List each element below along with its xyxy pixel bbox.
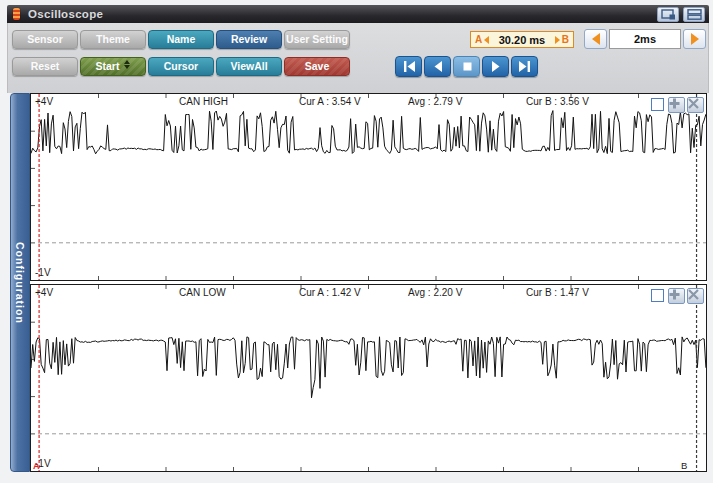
next-icon [490, 61, 502, 72]
triangle-right-icon [555, 36, 560, 44]
button-label: ViewAll [230, 60, 267, 72]
cursor-a-marker[interactable]: A [33, 461, 40, 471]
scale-bottom-label: -1V [35, 267, 51, 278]
timebase-decrease-button[interactable] [584, 29, 607, 49]
button-label: Save [305, 60, 330, 72]
window-title: Oscilloscope [28, 8, 103, 20]
playback-prev-button[interactable] [424, 56, 451, 77]
reset-button[interactable]: Reset [12, 57, 78, 76]
scale-top-label: +4V [35, 287, 53, 298]
sidebar-label: Configuration [14, 242, 26, 324]
zoom-in-button[interactable] [668, 288, 685, 304]
cursor-button[interactable]: Cursor [148, 57, 214, 76]
cursor-b-readout: Cur B : 1.47 V [526, 287, 589, 298]
channel-select-checkbox[interactable] [651, 98, 664, 111]
close-icon [688, 98, 699, 109]
cursor-b-readout: Cur B : 3.56 V [526, 96, 589, 107]
spinner-updown-icon [124, 60, 130, 70]
tile-rows-window-icon[interactable] [683, 7, 705, 22]
record-time-display[interactable]: A 30.20 ms B [470, 31, 574, 48]
record-time-value: 30.20 ms [489, 34, 555, 46]
playback-last-button[interactable] [511, 56, 538, 77]
last-icon [519, 61, 531, 72]
channel-name: CAN HIGH [179, 96, 228, 107]
save-button[interactable]: Save [284, 57, 350, 76]
button-label: Sensor [27, 33, 63, 45]
prev-icon [432, 61, 444, 72]
cursor-a-readout: Cur A : 1.42 V [299, 287, 361, 298]
plus-icon [669, 289, 680, 300]
channel-name: CAN LOW [179, 287, 226, 298]
app-icon [13, 8, 20, 20]
close-channel-button[interactable] [687, 288, 704, 304]
cursor-b-tag: B [562, 34, 569, 45]
title-bar: Oscilloscope [7, 5, 709, 23]
start-button[interactable]: Start [80, 57, 146, 76]
plus-icon [669, 98, 680, 109]
waveform-can-high[interactable] [31, 94, 706, 280]
playback-first-button[interactable] [395, 56, 422, 77]
theme-button[interactable]: Theme [80, 30, 146, 49]
avg-readout: Avg : 2.79 V [408, 96, 462, 107]
cursor-a-tag: A [475, 34, 482, 45]
layout-icon [661, 9, 676, 20]
waveform-can-low[interactable] [31, 285, 706, 471]
close-channel-button[interactable] [687, 97, 704, 113]
button-label: Theme [96, 33, 130, 45]
sidebar-configuration-tab[interactable]: Configuration [10, 93, 30, 472]
cursor-b-marker[interactable]: B [681, 460, 687, 471]
sensor-button[interactable]: Sensor [12, 30, 78, 49]
playback-stop-button[interactable] [453, 56, 480, 77]
layout-window-icon[interactable] [657, 7, 679, 22]
stop-icon [461, 61, 473, 72]
button-label: Review [231, 33, 267, 45]
playback-next-button[interactable] [482, 56, 509, 77]
user-setting-button[interactable]: User Setting [284, 30, 350, 49]
cursor-a-readout: Cur A : 3.54 V [299, 96, 361, 107]
channel-panel-can-high: +4V CAN HIGH Cur A : 3.54 V Avg : 2.79 V… [30, 93, 707, 281]
timebase-increase-button[interactable] [683, 29, 706, 49]
first-icon [403, 61, 415, 72]
button-label: User Setting [286, 33, 348, 45]
arrow-left-icon [592, 33, 600, 45]
scale-top-label: +4V [35, 96, 53, 107]
tile-rows-icon [687, 9, 702, 20]
button-label: Start [96, 60, 120, 72]
arrow-right-icon [691, 33, 699, 45]
avg-readout: Avg : 2.20 V [408, 287, 462, 298]
timebase-select[interactable]: 2ms [609, 29, 681, 49]
button-label: Name [167, 33, 196, 45]
name-button[interactable]: Name [148, 30, 214, 49]
zoom-in-button[interactable] [668, 97, 685, 113]
review-button[interactable]: Review [216, 30, 282, 49]
button-label: Cursor [164, 60, 198, 72]
close-icon [688, 289, 699, 300]
channel-panel-can-low: +4V CAN LOW Cur A : 1.42 V Avg : 2.20 V … [30, 284, 707, 472]
channel-select-checkbox[interactable] [651, 289, 664, 302]
viewall-button[interactable]: ViewAll [216, 57, 282, 76]
button-label: Reset [31, 60, 60, 72]
